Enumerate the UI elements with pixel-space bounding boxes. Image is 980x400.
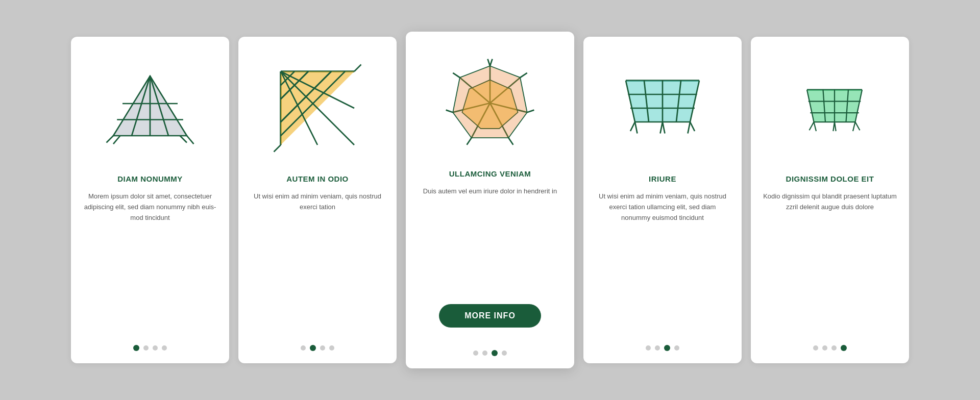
svg-line-65: [814, 122, 817, 131]
more-info-button[interactable]: MORE INFO: [439, 304, 541, 328]
svg-line-50: [688, 122, 691, 134]
svg-line-33: [520, 73, 527, 78]
dot: [646, 345, 651, 351]
svg-line-8: [180, 136, 187, 143]
cards-container: DIAM NONUMMY Morem ipsum dolor sit amet,…: [15, 32, 965, 368]
card-2: AUTEM IN ODIO Ut wisi enim ad minim veni…: [238, 37, 397, 363]
card-4-dots: [646, 333, 679, 351]
dot: [482, 351, 487, 356]
svg-line-53: [663, 122, 665, 134]
card-2-title: AUTEM IN ODIO: [286, 174, 349, 183]
card-2-icon: [251, 52, 384, 164]
web-icon-4: [617, 62, 708, 154]
svg-line-64: [810, 122, 814, 130]
web-icon-3: [439, 52, 541, 154]
dot: [320, 345, 325, 351]
card-4: IRIURE Ut wisi enim ad minim veniam, qui…: [583, 37, 742, 363]
dot: [143, 345, 149, 351]
svg-line-9: [187, 136, 194, 144]
dot: [329, 345, 334, 351]
svg-line-6: [107, 136, 114, 143]
card-3-dots: [473, 338, 507, 356]
card-3-icon: [418, 47, 562, 159]
card-5-icon: [763, 52, 897, 164]
dot-active: [664, 345, 670, 351]
card-1-text: Morem ipsum dolor sit amet, consectetuer…: [83, 191, 217, 333]
svg-line-20: [354, 65, 361, 72]
svg-line-37: [508, 138, 513, 145]
web-icon-1: [104, 62, 196, 154]
dot: [473, 351, 478, 356]
svg-line-51: [690, 122, 695, 131]
svg-line-48: [630, 122, 635, 131]
dot-active: [310, 345, 316, 351]
card-2-dots: [301, 333, 334, 351]
card-1-dots: [133, 333, 167, 351]
svg-line-31: [490, 59, 493, 66]
card-3-text: Duis autem vel eum iriure dolor in hendr…: [423, 186, 557, 294]
card-4-text: Ut wisi enim ad minim veniam, quis nostr…: [596, 191, 729, 333]
dot: [655, 345, 660, 351]
svg-marker-29: [453, 66, 527, 138]
dot: [153, 345, 158, 351]
svg-line-36: [467, 138, 472, 145]
svg-line-34: [446, 110, 453, 113]
dot: [674, 345, 679, 351]
svg-line-66: [853, 122, 855, 131]
dot-active: [841, 345, 847, 351]
svg-line-19: [274, 145, 281, 152]
web-icon-5: [784, 62, 876, 154]
card-5-text: Kodio dignissim qui blandit praesent lup…: [763, 191, 897, 333]
dot: [822, 345, 827, 351]
dot: [162, 345, 167, 351]
dot: [831, 345, 837, 351]
svg-line-69: [835, 122, 836, 131]
card-1: DIAM NONUMMY Morem ipsum dolor sit amet,…: [71, 37, 229, 363]
svg-line-35: [527, 110, 534, 113]
card-1-title: DIAM NONUMMY: [117, 174, 183, 183]
dot: [502, 351, 507, 356]
svg-line-7: [113, 136, 120, 144]
card-1-icon: [83, 52, 217, 164]
card-5-dots: [813, 333, 847, 351]
svg-line-49: [635, 122, 638, 134]
svg-line-67: [855, 122, 860, 130]
web-icon-2: [272, 62, 363, 154]
card-5-title: DIGNISSIM DOLOE EIT: [786, 174, 874, 183]
dot: [813, 345, 818, 351]
card-5: DIGNISSIM DOLOE EIT Kodio dignissim qui …: [751, 37, 909, 363]
svg-line-32: [453, 73, 460, 78]
card-2-text: Ut wisi enim ad minim veniam, quis nostr…: [251, 191, 384, 333]
card-3: ULLAMCING VENIAM Duis autem vel eum iriu…: [406, 32, 574, 368]
dot-active: [492, 350, 498, 356]
dot: [301, 345, 306, 351]
card-3-title: ULLAMCING VENIAM: [449, 169, 531, 178]
card-4-icon: [596, 52, 729, 164]
dot-active: [133, 345, 139, 351]
card-4-title: IRIURE: [649, 174, 676, 183]
